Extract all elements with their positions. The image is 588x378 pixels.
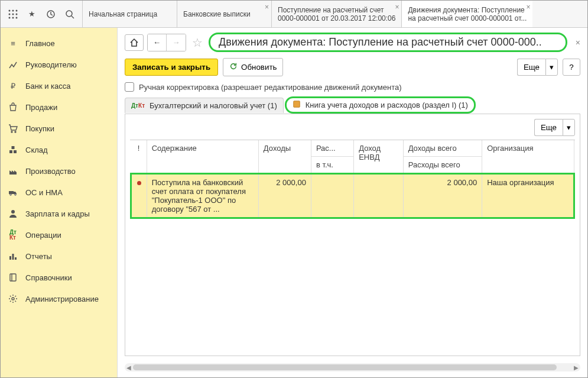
svg-rect-20 [9, 256, 11, 260]
more-dropdown-button[interactable]: ▾ [545, 59, 558, 76]
tab-label: Начальная страница [89, 10, 171, 18]
factory-icon [8, 166, 18, 176]
tab-income-book[interactable]: Книга учета доходов и расходов (раздел I… [285, 96, 476, 114]
more-button[interactable]: Еще [517, 59, 545, 76]
svg-rect-25 [293, 101, 300, 108]
refresh-label: Обновить [241, 63, 277, 72]
sidebar-item-assets[interactable]: ОС и НМА [1, 182, 117, 203]
bag-icon [8, 102, 18, 112]
table-header-row: ! Содержание Доходы Рас... Доход ЕНВД До… [131, 140, 574, 157]
tab-start-page[interactable]: Начальная страница [82, 1, 177, 27]
menu-icon: ≡ [8, 38, 18, 49]
sidebar-item-label: Администрирование [25, 295, 99, 303]
sidebar-item-production[interactable]: Производство [1, 160, 117, 182]
sidebar-item-label: Склад [25, 146, 48, 154]
sidebar-item-reports[interactable]: Отчеты [1, 245, 117, 267]
sidebar-item-catalogs[interactable]: Справочники [1, 267, 117, 288]
sidebar-item-purchases[interactable]: Покупки [1, 118, 117, 139]
history-icon[interactable] [42, 5, 60, 23]
star-icon[interactable]: ★ [23, 5, 41, 23]
cell-income-envd [354, 174, 403, 218]
svg-point-4 [12, 13, 14, 15]
sidebar-item-payroll[interactable]: Зарплата и кадры [1, 203, 117, 224]
svg-point-12 [15, 131, 16, 133]
table-wrapper[interactable]: ! Содержание Доходы Рас... Доход ЕНВД До… [130, 140, 575, 351]
col-income-total[interactable]: Доходы всего [403, 140, 482, 157]
tab-label-line2: на расчетный счет 0000-000001 от... [408, 14, 527, 22]
sidebar-item-manager[interactable]: Руководителю [1, 54, 117, 75]
chart-icon [8, 59, 18, 70]
sidebar-item-main[interactable]: ≡Главное [1, 33, 117, 54]
apps-icon[interactable] [4, 5, 22, 23]
svg-point-2 [16, 9, 18, 11]
sidebar-item-operations[interactable]: ДтКтОперации [1, 224, 117, 245]
home-button[interactable] [125, 34, 144, 51]
sidebar-item-label: Руководителю [25, 60, 77, 69]
cell-expense [311, 174, 353, 218]
svg-point-11 [11, 131, 12, 133]
sidebar-item-label: Покупки [25, 124, 54, 133]
save-and-close-button[interactable]: Записать и закрыть [125, 59, 218, 76]
sidebar-item-bank[interactable]: ₽Банк и касса [1, 75, 117, 96]
tab-receipt[interactable]: Поступление на расчетный счет 0000-00000… [271, 1, 401, 27]
close-icon[interactable]: × [526, 3, 530, 11]
nav-buttons: ← → [147, 34, 186, 51]
content-area: ← → ☆ Движения документа: Поступление на… [118, 28, 587, 377]
back-button[interactable]: ← [148, 34, 167, 51]
col-expense[interactable]: Рас... [311, 140, 353, 157]
svg-point-3 [9, 13, 11, 15]
tab-accounting[interactable]: ДтКт Бухгалтерский и налоговый учет (1) [125, 98, 284, 113]
bars-icon [8, 251, 18, 261]
table-row[interactable]: Поступила на банковский счет оплата от п… [131, 174, 574, 218]
svg-point-19 [11, 210, 15, 214]
search-icon[interactable] [61, 5, 79, 23]
cell-org: Наша организация [482, 174, 574, 218]
truck-icon [8, 187, 18, 198]
help-button[interactable]: ? [563, 59, 580, 76]
scroll-left-icon[interactable]: ◀ [125, 363, 133, 371]
svg-point-7 [12, 17, 14, 18]
sidebar-item-admin[interactable]: Администрирование [1, 288, 117, 309]
svg-rect-22 [15, 257, 17, 260]
sidebar-item-label: Отчеты [25, 252, 52, 261]
svg-point-0 [9, 9, 11, 11]
scroll-right-icon[interactable]: ▶ [572, 363, 580, 371]
tab-label-line1: Движения документа: Поступление [408, 6, 527, 14]
col-org[interactable]: Организация [482, 140, 574, 174]
close-icon[interactable]: × [395, 3, 399, 11]
svg-rect-14 [14, 150, 17, 153]
refresh-icon [229, 62, 238, 72]
col-expense-sub[interactable]: в т.ч. [311, 157, 353, 174]
sidebar-item-sales[interactable]: Продажи [1, 96, 117, 118]
book-small-icon [293, 100, 301, 110]
col-income[interactable]: Доходы [258, 140, 311, 174]
favorite-star-icon[interactable]: ☆ [192, 35, 203, 50]
svg-point-24 [12, 298, 14, 300]
panel-more-dropdown-button[interactable]: ▾ [563, 119, 575, 136]
svg-point-10 [66, 11, 72, 17]
panel-more-button[interactable]: Еще [534, 119, 563, 136]
action-toolbar: Записать и закрыть Обновить Еще ▾ ? [118, 54, 587, 80]
col-marker[interactable]: ! [131, 140, 147, 174]
tab-bank-statements[interactable]: Банковские выписки × [177, 1, 271, 27]
forward-button[interactable]: → [167, 34, 186, 51]
svg-point-17 [10, 194, 12, 196]
col-income-envd[interactable]: Доход ЕНВД [354, 140, 403, 174]
sidebar-item-warehouse[interactable]: Склад [1, 139, 117, 160]
svg-point-1 [12, 9, 14, 11]
scrollbar-thumb[interactable] [133, 364, 557, 370]
horizontal-scrollbar[interactable]: ◀ ▶ [125, 363, 580, 371]
boxes-icon [8, 144, 18, 155]
col-expense-total[interactable]: Расходы всего [403, 157, 482, 174]
svg-point-5 [16, 13, 18, 15]
close-icon[interactable]: × [265, 3, 269, 11]
col-expense-label: Рас... [316, 144, 336, 153]
manual-edit-checkbox[interactable] [125, 82, 134, 92]
col-content[interactable]: Содержание [147, 140, 258, 174]
manual-edit-row: Ручная корректировка (разрешает редактир… [118, 80, 587, 96]
tab-document-movements[interactable]: Движения документа: Поступление на расче… [401, 1, 532, 27]
refresh-button[interactable]: Обновить [223, 58, 283, 76]
tab-label: Бухгалтерский и налоговый учет (1) [150, 101, 277, 110]
close-icon[interactable]: × [576, 38, 580, 47]
red-dot-icon [137, 181, 141, 185]
